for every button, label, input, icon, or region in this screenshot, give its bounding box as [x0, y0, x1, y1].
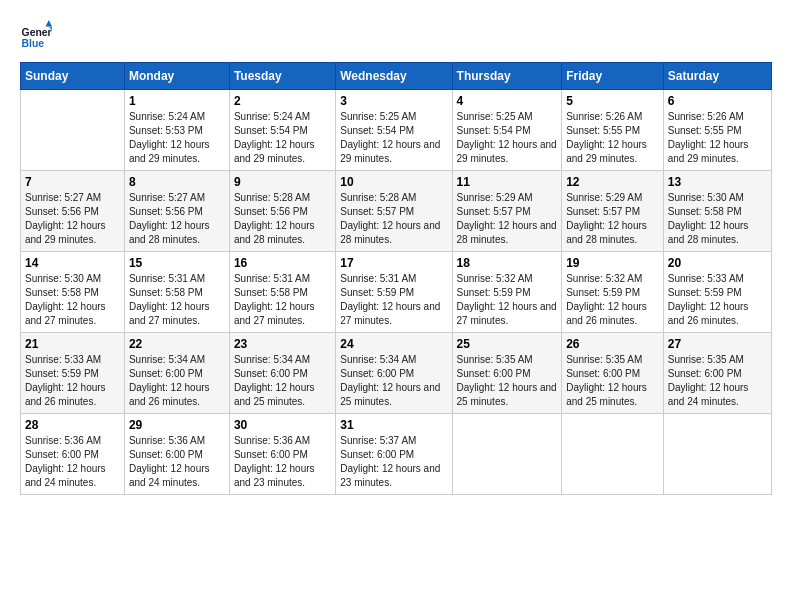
table-row: 31Sunrise: 5:37 AMSunset: 6:00 PMDayligh…: [336, 414, 452, 495]
calendar-header-friday: Friday: [562, 63, 664, 90]
day-info: Sunrise: 5:35 AMSunset: 6:00 PMDaylight:…: [457, 353, 558, 409]
day-info: Sunrise: 5:33 AMSunset: 5:59 PMDaylight:…: [25, 353, 120, 409]
day-number: 22: [129, 337, 225, 351]
day-info: Sunrise: 5:36 AMSunset: 6:00 PMDaylight:…: [234, 434, 331, 490]
day-number: 13: [668, 175, 767, 189]
day-number: 2: [234, 94, 331, 108]
day-number: 21: [25, 337, 120, 351]
day-number: 29: [129, 418, 225, 432]
day-info: Sunrise: 5:29 AMSunset: 5:57 PMDaylight:…: [457, 191, 558, 247]
day-number: 15: [129, 256, 225, 270]
day-info: Sunrise: 5:26 AMSunset: 5:55 PMDaylight:…: [566, 110, 659, 166]
table-row: [562, 414, 664, 495]
table-row: 21Sunrise: 5:33 AMSunset: 5:59 PMDayligh…: [21, 333, 125, 414]
table-row: 10Sunrise: 5:28 AMSunset: 5:57 PMDayligh…: [336, 171, 452, 252]
calendar-header-sunday: Sunday: [21, 63, 125, 90]
day-number: 9: [234, 175, 331, 189]
svg-text:Blue: Blue: [22, 38, 45, 49]
logo-icon: General Blue: [20, 20, 52, 52]
day-info: Sunrise: 5:33 AMSunset: 5:59 PMDaylight:…: [668, 272, 767, 328]
day-number: 24: [340, 337, 447, 351]
day-info: Sunrise: 5:31 AMSunset: 5:58 PMDaylight:…: [234, 272, 331, 328]
table-row: 3Sunrise: 5:25 AMSunset: 5:54 PMDaylight…: [336, 90, 452, 171]
day-number: 8: [129, 175, 225, 189]
day-info: Sunrise: 5:30 AMSunset: 5:58 PMDaylight:…: [668, 191, 767, 247]
day-info: Sunrise: 5:37 AMSunset: 6:00 PMDaylight:…: [340, 434, 447, 490]
day-info: Sunrise: 5:36 AMSunset: 6:00 PMDaylight:…: [25, 434, 120, 490]
day-info: Sunrise: 5:35 AMSunset: 6:00 PMDaylight:…: [566, 353, 659, 409]
day-number: 14: [25, 256, 120, 270]
calendar-header-row: SundayMondayTuesdayWednesdayThursdayFrid…: [21, 63, 772, 90]
calendar-week-2: 7Sunrise: 5:27 AMSunset: 5:56 PMDaylight…: [21, 171, 772, 252]
table-row: 7Sunrise: 5:27 AMSunset: 5:56 PMDaylight…: [21, 171, 125, 252]
day-info: Sunrise: 5:31 AMSunset: 5:58 PMDaylight:…: [129, 272, 225, 328]
calendar-table: SundayMondayTuesdayWednesdayThursdayFrid…: [20, 62, 772, 495]
calendar-body: 1Sunrise: 5:24 AMSunset: 5:53 PMDaylight…: [21, 90, 772, 495]
day-info: Sunrise: 5:25 AMSunset: 5:54 PMDaylight:…: [340, 110, 447, 166]
day-info: Sunrise: 5:27 AMSunset: 5:56 PMDaylight:…: [25, 191, 120, 247]
day-number: 31: [340, 418, 447, 432]
day-info: Sunrise: 5:32 AMSunset: 5:59 PMDaylight:…: [457, 272, 558, 328]
day-number: 4: [457, 94, 558, 108]
table-row: 13Sunrise: 5:30 AMSunset: 5:58 PMDayligh…: [663, 171, 771, 252]
day-info: Sunrise: 5:24 AMSunset: 5:53 PMDaylight:…: [129, 110, 225, 166]
svg-text:General: General: [22, 27, 52, 38]
day-number: 6: [668, 94, 767, 108]
table-row: 19Sunrise: 5:32 AMSunset: 5:59 PMDayligh…: [562, 252, 664, 333]
day-info: Sunrise: 5:31 AMSunset: 5:59 PMDaylight:…: [340, 272, 447, 328]
calendar-header-wednesday: Wednesday: [336, 63, 452, 90]
calendar-week-1: 1Sunrise: 5:24 AMSunset: 5:53 PMDaylight…: [21, 90, 772, 171]
day-number: 5: [566, 94, 659, 108]
table-row: 4Sunrise: 5:25 AMSunset: 5:54 PMDaylight…: [452, 90, 562, 171]
table-row: 11Sunrise: 5:29 AMSunset: 5:57 PMDayligh…: [452, 171, 562, 252]
table-row: 28Sunrise: 5:36 AMSunset: 6:00 PMDayligh…: [21, 414, 125, 495]
svg-marker-2: [46, 20, 52, 26]
table-row: 17Sunrise: 5:31 AMSunset: 5:59 PMDayligh…: [336, 252, 452, 333]
table-row: 25Sunrise: 5:35 AMSunset: 6:00 PMDayligh…: [452, 333, 562, 414]
day-info: Sunrise: 5:27 AMSunset: 5:56 PMDaylight:…: [129, 191, 225, 247]
day-number: 12: [566, 175, 659, 189]
calendar-week-4: 21Sunrise: 5:33 AMSunset: 5:59 PMDayligh…: [21, 333, 772, 414]
logo: General Blue: [20, 20, 52, 52]
table-row: 5Sunrise: 5:26 AMSunset: 5:55 PMDaylight…: [562, 90, 664, 171]
table-row: 27Sunrise: 5:35 AMSunset: 6:00 PMDayligh…: [663, 333, 771, 414]
day-number: 28: [25, 418, 120, 432]
table-row: 2Sunrise: 5:24 AMSunset: 5:54 PMDaylight…: [229, 90, 335, 171]
table-row: 1Sunrise: 5:24 AMSunset: 5:53 PMDaylight…: [124, 90, 229, 171]
day-number: 20: [668, 256, 767, 270]
table-row: 24Sunrise: 5:34 AMSunset: 6:00 PMDayligh…: [336, 333, 452, 414]
page-header: General Blue: [20, 20, 772, 52]
day-info: Sunrise: 5:34 AMSunset: 6:00 PMDaylight:…: [340, 353, 447, 409]
table-row: 29Sunrise: 5:36 AMSunset: 6:00 PMDayligh…: [124, 414, 229, 495]
day-number: 19: [566, 256, 659, 270]
day-info: Sunrise: 5:29 AMSunset: 5:57 PMDaylight:…: [566, 191, 659, 247]
day-number: 30: [234, 418, 331, 432]
table-row: 23Sunrise: 5:34 AMSunset: 6:00 PMDayligh…: [229, 333, 335, 414]
day-info: Sunrise: 5:28 AMSunset: 5:57 PMDaylight:…: [340, 191, 447, 247]
table-row: 16Sunrise: 5:31 AMSunset: 5:58 PMDayligh…: [229, 252, 335, 333]
day-info: Sunrise: 5:32 AMSunset: 5:59 PMDaylight:…: [566, 272, 659, 328]
table-row: 15Sunrise: 5:31 AMSunset: 5:58 PMDayligh…: [124, 252, 229, 333]
table-row: 26Sunrise: 5:35 AMSunset: 6:00 PMDayligh…: [562, 333, 664, 414]
calendar-header-thursday: Thursday: [452, 63, 562, 90]
table-row: [452, 414, 562, 495]
table-row: 14Sunrise: 5:30 AMSunset: 5:58 PMDayligh…: [21, 252, 125, 333]
table-row: [21, 90, 125, 171]
day-info: Sunrise: 5:24 AMSunset: 5:54 PMDaylight:…: [234, 110, 331, 166]
table-row: 30Sunrise: 5:36 AMSunset: 6:00 PMDayligh…: [229, 414, 335, 495]
calendar-week-5: 28Sunrise: 5:36 AMSunset: 6:00 PMDayligh…: [21, 414, 772, 495]
day-number: 1: [129, 94, 225, 108]
day-info: Sunrise: 5:26 AMSunset: 5:55 PMDaylight:…: [668, 110, 767, 166]
day-number: 25: [457, 337, 558, 351]
table-row: 12Sunrise: 5:29 AMSunset: 5:57 PMDayligh…: [562, 171, 664, 252]
day-number: 17: [340, 256, 447, 270]
day-info: Sunrise: 5:34 AMSunset: 6:00 PMDaylight:…: [129, 353, 225, 409]
calendar-header-tuesday: Tuesday: [229, 63, 335, 90]
day-number: 11: [457, 175, 558, 189]
day-number: 7: [25, 175, 120, 189]
table-row: 22Sunrise: 5:34 AMSunset: 6:00 PMDayligh…: [124, 333, 229, 414]
day-number: 10: [340, 175, 447, 189]
day-number: 3: [340, 94, 447, 108]
table-row: 18Sunrise: 5:32 AMSunset: 5:59 PMDayligh…: [452, 252, 562, 333]
day-number: 26: [566, 337, 659, 351]
